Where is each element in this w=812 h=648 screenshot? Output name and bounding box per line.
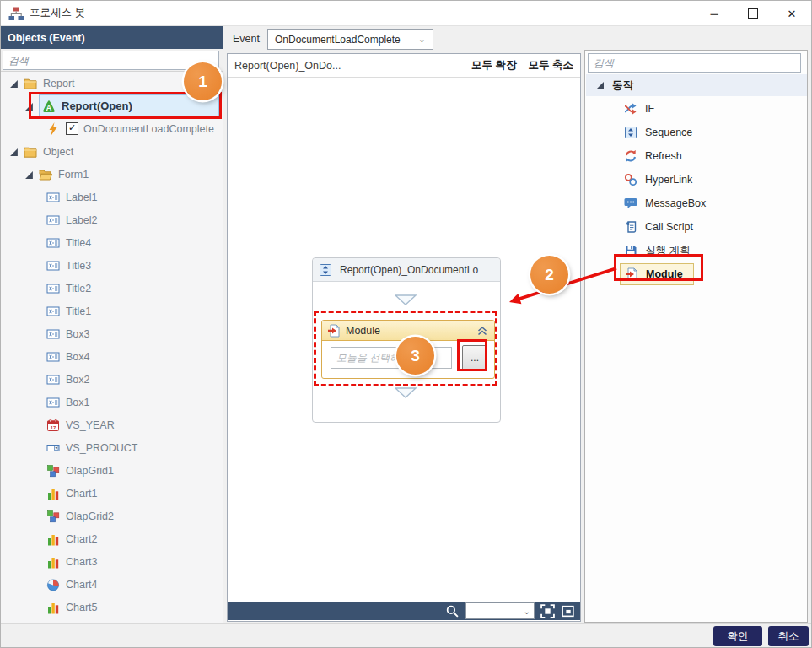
expand-all-link[interactable]: 모두 확장 [471,58,516,73]
tree-item-label: Form1 [58,169,89,181]
module-icon [327,323,341,338]
tree-item-title1[interactable]: Title1 [1,300,223,322]
action-item-if[interactable]: IF [585,97,807,121]
tree-item-box1[interactable]: Box1 [1,391,223,413]
tree-item-olapgrid2[interactable]: OlapGrid2 [1,505,223,527]
label-icon [46,372,61,386]
tree-item-chart1[interactable]: Chart1 [1,482,223,505]
chevron-down-icon: ⌄ [418,34,426,45]
expand-arrow-icon[interactable] [9,79,19,88]
module-select-input[interactable] [331,347,452,369]
flow-canvas[interactable]: Report(Open)_OnDo... 모두 확장 모두 축소 Report(… [227,53,581,622]
tree-item-label1[interactable]: Label1 [1,186,223,208]
canvas-header: Report(Open)_OnDo... 모두 확장 모두 축소 [228,54,580,78]
minimap-icon[interactable] [561,604,575,618]
module-browse-button[interactable]: ... [462,345,487,370]
tree-item-label2[interactable]: Label2 [1,208,223,231]
maximize-button[interactable] [734,1,772,26]
module-node[interactable]: Module ... [321,320,495,379]
process-bot-window: 프로세스 봇 ─ ✕ Objects (Event) ReportAReport… [0,0,812,648]
tree-item-vs-year[interactable]: 17VS_YEAR [1,413,223,436]
tree-item-label: Chart2 [66,533,98,545]
tree-item-title2[interactable]: Title2 [1,277,223,300]
tree-item-report[interactable]: Report [1,72,223,94]
app-logo-icon [8,6,24,21]
expand-arrow-icon[interactable] [9,148,19,156]
action-item-hyperlink[interactable]: HyperLink [585,168,807,192]
objects-panel: Objects (Event) ReportAReport(Open)✓OnDo… [1,26,223,623]
tree-item-chart2[interactable]: Chart2 [1,527,223,550]
tree-item-label: Label2 [66,214,98,226]
expand-arrow-icon[interactable] [24,170,35,179]
action-item-item[interactable]: 실행 계획 [585,239,807,262]
actions-group-label: 동작 [612,78,633,93]
tree-item-box4[interactable]: Box4 [1,345,223,368]
tree-item-label: Chart5 [66,602,98,613]
sequence-icon [624,126,638,140]
tree-item-form1[interactable]: Form1 [1,163,223,186]
tree-item-label: Box3 [66,328,90,340]
tree-item-vs-product[interactable]: VS_PRODUCT [1,436,223,459]
cancel-button[interactable]: 취소 [768,626,809,646]
drop-indicator-icon [395,294,417,305]
barchart-icon [46,532,61,546]
messagebox-icon [624,197,638,211]
refresh-icon [624,149,638,164]
tree-item-title3[interactable]: Title3 [1,254,223,277]
tree-item-report-open[interactable]: AReport(Open) [1,94,223,117]
action-item-sequence[interactable]: Sequence [585,121,807,144]
action-item-label: MessageBox [645,197,706,209]
folder-icon [24,76,38,90]
module-node-header: Module [322,321,494,341]
collapse-node-icon[interactable] [476,324,489,338]
label-icon [46,281,61,295]
label-icon [46,235,61,250]
event-select-value: OnDocumentLoadComplete [275,34,401,46]
tree-item-chart5[interactable]: Chart5 [1,596,223,618]
svg-text:17: 17 [51,424,56,429]
action-item-label: IF [645,103,654,115]
tree-item-box3[interactable]: Box3 [1,322,223,345]
zoom-level-select[interactable]: ⌄ [465,602,535,619]
tree-item-chart4[interactable]: Chart4 [1,573,223,596]
canvas-zoom-bar: ⌄ [228,602,580,620]
event-checkbox[interactable]: ✓ [66,122,78,135]
collapse-all-link[interactable]: 모두 축소 [529,58,573,73]
action-item-refresh[interactable]: Refresh [585,144,807,168]
barchart-icon [46,486,61,500]
action-item-call-script[interactable]: Call Script [585,215,807,239]
label-icon [46,395,61,409]
folder-open-icon [39,167,53,181]
tree-item-label: Title4 [66,237,91,249]
close-button[interactable]: ✕ [772,1,811,26]
actions-group-row[interactable]: 동작 [586,74,807,96]
action-item-messagebox[interactable]: MessageBox [585,192,807,215]
ok-button[interactable]: 확인 [713,626,762,646]
tree-item-label: OlapGrid2 [66,510,114,522]
tree-item-olapgrid1[interactable]: OlapGrid1 [1,459,223,482]
tree-item-box2[interactable]: Box2 [1,368,223,391]
label-icon [46,190,61,204]
label-icon [46,258,61,273]
label-icon [46,213,61,227]
search-icon[interactable] [445,604,460,618]
event-select[interactable]: OnDocumentLoadComplete ⌄ [267,29,433,50]
tree-item-label: VS_PRODUCT [66,442,137,454]
label-icon [46,349,61,364]
tree-item-label: Chart3 [66,556,98,568]
tree-item-title4[interactable]: Title4 [1,231,223,254]
tree-item-chart3[interactable]: Chart3 [1,550,223,573]
minimize-button[interactable]: ─ [695,1,734,26]
tree-item-label: Title1 [66,305,91,317]
tree-item-ondocumentloadcomplete[interactable]: ✓OnDocumentLoadComplete [1,117,223,140]
expand-arrow-icon[interactable] [24,102,35,111]
action-item-module[interactable]: Module [585,262,807,286]
actions-search-input[interactable] [588,53,801,73]
maximize-icon [748,8,758,19]
tree-item-object[interactable]: Object [1,140,223,163]
tree-item-label: Label1 [66,192,98,203]
tree-item-label: Chart4 [66,579,98,591]
action-item-label: Sequence [645,127,692,138]
objects-search-input[interactable] [3,51,219,70]
fit-to-screen-icon[interactable] [540,604,555,618]
